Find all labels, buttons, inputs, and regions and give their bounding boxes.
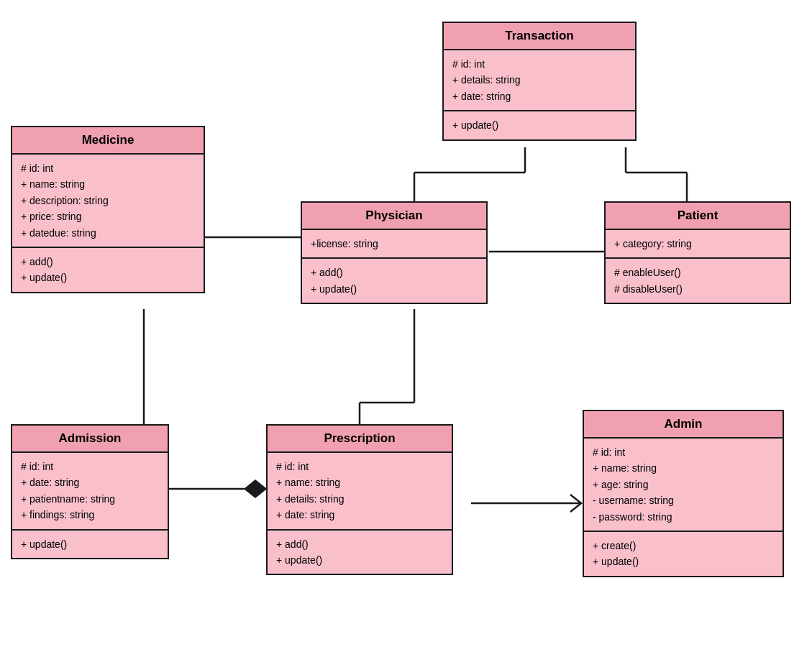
admission-attributes: # id: int + date: string + patientname: … (12, 453, 168, 531)
admin-header: Admin (584, 411, 783, 439)
patient-methods: # enableUser() # disableUser() (606, 259, 790, 303)
medicine-class: Medicine # id: int + name: string + desc… (11, 126, 205, 293)
physician-methods: + add() + update() (302, 259, 486, 303)
prescription-header: Prescription (268, 426, 452, 453)
admin-methods: + create() + update() (584, 532, 783, 576)
admission-methods: + update() (12, 531, 168, 558)
physician-header: Physician (302, 203, 486, 230)
medicine-methods: + add() + update() (12, 248, 204, 292)
admin-class: Admin # id: int + name: string + age: st… (583, 410, 784, 577)
prescription-attributes: # id: int + name: string + details: stri… (268, 453, 452, 531)
svg-marker-13 (245, 480, 266, 497)
physician-class: Physician +license: string + add() + upd… (301, 201, 488, 304)
diagram-container: Medicine # id: int + name: string + desc… (0, 0, 812, 647)
transaction-header: Transaction (444, 23, 635, 50)
prescription-class: Prescription # id: int + name: string + … (266, 424, 453, 575)
physician-attributes: +license: string (302, 230, 486, 259)
patient-attributes: + category: string (606, 230, 790, 259)
prescription-methods: + add() + update() (268, 531, 452, 574)
medicine-attributes: # id: int + name: string + description: … (12, 155, 204, 248)
admin-attributes: # id: int + name: string + age: string -… (584, 439, 783, 532)
admission-class: Admission # id: int + date: string + pat… (11, 424, 169, 559)
patient-header: Patient (606, 203, 790, 230)
medicine-header: Medicine (12, 127, 204, 155)
transaction-attributes: # id: int + details: string + date: stri… (444, 50, 635, 111)
transaction-class: Transaction # id: int + details: string … (442, 22, 637, 141)
transaction-methods: + update() (444, 111, 635, 139)
patient-class: Patient + category: string # enableUser(… (604, 201, 791, 304)
admission-header: Admission (12, 426, 168, 453)
